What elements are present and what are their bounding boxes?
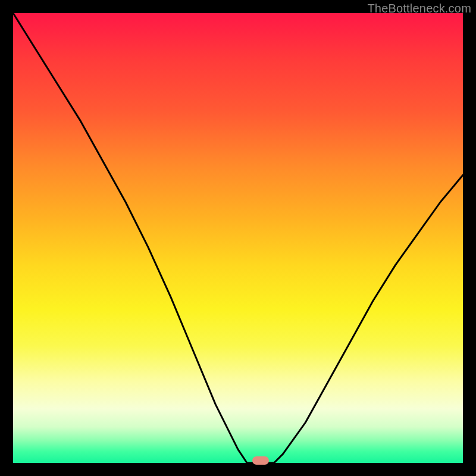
plot-area xyxy=(13,13,463,463)
chart-frame: TheBottleneck.com xyxy=(0,0,476,476)
bottleneck-curve xyxy=(13,13,463,463)
watermark-text: TheBottleneck.com xyxy=(367,2,471,15)
optimal-point-marker xyxy=(252,456,269,465)
